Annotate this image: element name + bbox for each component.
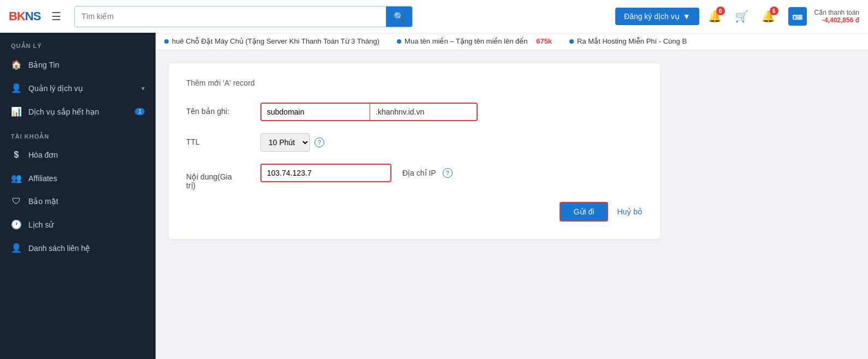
sidebar-label: Bảng Tin xyxy=(28,61,59,69)
ip-address-input[interactable] xyxy=(260,164,391,182)
alert-button[interactable]: 🔔 6 xyxy=(757,5,780,27)
domain-input-group xyxy=(260,103,478,121)
hamburger-icon[interactable]: ☰ xyxy=(47,8,66,25)
sidebar-label: Bảo mật xyxy=(28,197,58,206)
account-balance: -4,402,856 đ xyxy=(822,16,859,24)
noi-dung-label: Nội dung(Gia xyxy=(186,168,252,181)
domain-suffix-input xyxy=(370,103,478,121)
sidebar-section-tai-khoan: TÀI KHOẢN xyxy=(0,123,156,143)
ttl-help-icon[interactable]: ? xyxy=(314,137,324,147)
chevron-down-icon: ▼ xyxy=(683,12,691,21)
sidebar-label: Hóa đơn xyxy=(28,151,58,159)
sidebar-item-quan-ly-dich-vu[interactable]: 👤 Quản lý dịch vụ ▾ xyxy=(0,76,156,100)
ten-ban-ghi-row: Tên bản ghi: xyxy=(186,103,643,121)
notification-button[interactable]: 🔔 0 xyxy=(704,5,726,27)
sidebar-item-lich-su[interactable]: 🕐 Lịch sử xyxy=(0,213,156,236)
ticker-item-3: Ra Mắt Hosting Miễn Phí - Cùng B xyxy=(569,37,687,45)
noi-dung-row: Nội dung(Gia trị) Địa chỉ IP ? xyxy=(186,164,643,190)
search-bar: 🔍 xyxy=(74,6,413,27)
ticker-item-1: huê Chỗ Đặt Máy Chủ (Tặng Server Khi Tha… xyxy=(164,37,379,45)
sidebar-item-danh-sach-lien-he[interactable]: 👤 Danh sách liên hệ xyxy=(0,236,156,260)
chevron-down-icon: ▾ xyxy=(141,85,145,92)
ttl-select[interactable]: 10 Phút 30 Phút 1 Giờ 6 Giờ 12 Giờ 1 Ngà… xyxy=(260,133,310,152)
form-actions: Gửi đi Huỷ bỏ xyxy=(186,202,643,222)
sidebar-label: Affiliates xyxy=(28,174,57,183)
ttl-row: TTL 10 Phút 30 Phút 1 Giờ 6 Giờ 12 Giờ 1… xyxy=(186,133,643,152)
notification-badge: 0 xyxy=(716,7,725,15)
account-label: Cần thanh toán xyxy=(815,9,859,16)
cart-icon: 🛒 xyxy=(735,10,748,22)
history-icon: 🕐 xyxy=(11,219,22,230)
ticker-item-2: Mua tên miền – Tặng tên miền lên đến 675… xyxy=(397,37,552,45)
account-section: 🪪 Cần thanh toán -4,402,856 đ xyxy=(788,7,859,26)
ip-help-icon[interactable]: ? xyxy=(443,168,453,178)
home-icon: 🏠 xyxy=(11,59,22,70)
search-button[interactable]: 🔍 xyxy=(386,7,412,27)
sidebar-label: Danh sách liên hệ xyxy=(28,244,90,253)
cart-button[interactable]: 🛒 xyxy=(730,5,753,27)
account-icon: 🪪 xyxy=(788,7,807,26)
user-icon: 👤 xyxy=(11,83,22,93)
sidebar-item-affiliates[interactable]: 👥 Affiliates xyxy=(0,166,156,190)
logo: BKNS xyxy=(9,9,40,23)
register-service-button[interactable]: Đăng ký dịch vụ ▼ xyxy=(615,8,699,25)
sidebar-item-dich-vu-sap-het-han[interactable]: 📊 Dịch vụ sắp hết hạn 1 xyxy=(0,100,156,123)
group-icon: 👥 xyxy=(11,173,22,183)
expiry-badge: 1 xyxy=(135,108,145,115)
sidebar-section-quan-ly: QUẢN LÝ xyxy=(0,33,156,53)
cancel-button[interactable]: Huỷ bỏ xyxy=(617,207,643,216)
shield-icon: 🛡 xyxy=(11,196,22,206)
chart-icon: 📊 xyxy=(11,106,22,117)
alert-badge: 6 xyxy=(770,7,778,15)
sidebar-item-bao-mat[interactable]: 🛡 Bảo mật xyxy=(0,190,156,213)
search-input[interactable] xyxy=(75,8,386,25)
sidebar-label: Lịch sử xyxy=(28,220,53,229)
sidebar-label: Dịch vụ sắp hết hạn xyxy=(28,107,99,116)
ten-ban-ghi-label: Tên bản ghi: xyxy=(186,103,252,116)
contact-icon: 👤 xyxy=(11,243,22,253)
ip-label: Địa chỉ IP ? xyxy=(402,168,453,178)
send-button[interactable]: Gửi đi xyxy=(560,202,609,222)
dollar-icon: $ xyxy=(11,150,22,160)
form-title: Thêm mới 'A' record xyxy=(186,79,643,87)
add-record-form: Thêm mới 'A' record Tên bản ghi: TTL xyxy=(169,63,660,239)
sidebar-item-hoa-don[interactable]: $ Hóa đơn xyxy=(0,143,156,166)
sidebar-item-bang-tin[interactable]: 🏠 Bảng Tin xyxy=(0,53,156,76)
noi-dung-label-block: Nội dung(Gia trị) xyxy=(186,164,252,190)
ttl-label: TTL xyxy=(186,133,252,146)
subdomain-input[interactable] xyxy=(260,103,370,121)
sidebar-label: Quản lý dịch vụ xyxy=(28,84,83,93)
noi-dung-sublabel: trị) xyxy=(186,181,252,190)
